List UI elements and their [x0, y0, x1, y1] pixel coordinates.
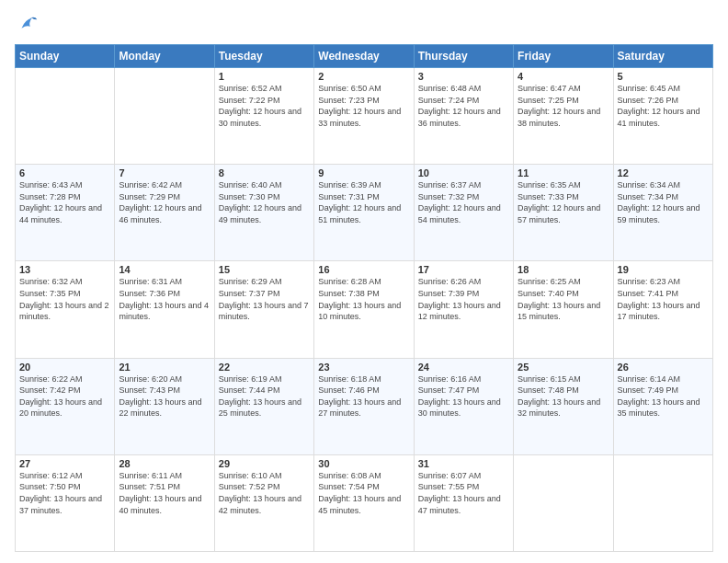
calendar-cell: 1Sunrise: 6:52 AM Sunset: 7:22 PM Daylig… [214, 68, 313, 165]
day-number: 27 [19, 458, 110, 469]
day-number: 17 [418, 264, 509, 275]
calendar-cell: 27Sunrise: 6:12 AM Sunset: 7:50 PM Dayli… [16, 454, 115, 551]
day-number: 12 [618, 167, 709, 178]
day-number: 8 [219, 167, 310, 178]
day-number: 28 [119, 458, 210, 469]
calendar-cell: 6Sunrise: 6:43 AM Sunset: 7:28 PM Daylig… [16, 165, 115, 261]
calendar-cell: 10Sunrise: 6:37 AM Sunset: 7:32 PM Dayli… [414, 165, 513, 261]
day-number: 3 [418, 71, 509, 82]
day-number: 5 [618, 71, 709, 82]
day-info: Sunrise: 6:25 AM Sunset: 7:40 PM Dayligh… [518, 276, 609, 322]
day-info: Sunrise: 6:23 AM Sunset: 7:41 PM Dayligh… [618, 276, 709, 322]
day-number: 13 [19, 264, 110, 275]
calendar-cell: 17Sunrise: 6:26 AM Sunset: 7:39 PM Dayli… [414, 261, 513, 358]
day-number: 11 [518, 167, 609, 178]
calendar-cell: 9Sunrise: 6:39 AM Sunset: 7:31 PM Daylig… [314, 165, 414, 261]
calendar-cell: 28Sunrise: 6:11 AM Sunset: 7:51 PM Dayli… [115, 454, 214, 551]
calendar-cell: 23Sunrise: 6:18 AM Sunset: 7:46 PM Dayli… [314, 358, 414, 454]
day-number: 1 [219, 71, 310, 82]
calendar-cell: 8Sunrise: 6:40 AM Sunset: 7:30 PM Daylig… [214, 165, 313, 261]
day-number: 4 [518, 71, 609, 82]
day-info: Sunrise: 6:34 AM Sunset: 7:34 PM Dayligh… [618, 179, 709, 225]
day-info: Sunrise: 6:48 AM Sunset: 7:24 PM Dayligh… [418, 83, 509, 129]
day-number: 19 [618, 264, 709, 275]
day-info: Sunrise: 6:20 AM Sunset: 7:43 PM Dayligh… [119, 373, 210, 419]
logo-icon [15, 11, 40, 37]
calendar-cell: 2Sunrise: 6:50 AM Sunset: 7:23 PM Daylig… [314, 68, 414, 165]
header [15, 11, 713, 37]
day-info: Sunrise: 6:28 AM Sunset: 7:38 PM Dayligh… [318, 276, 409, 322]
calendar-cell: 24Sunrise: 6:16 AM Sunset: 7:47 PM Dayli… [414, 358, 513, 454]
calendar-day-header: Saturday [613, 45, 712, 68]
calendar-cell: 11Sunrise: 6:35 AM Sunset: 7:33 PM Dayli… [514, 165, 613, 261]
day-info: Sunrise: 6:11 AM Sunset: 7:51 PM Dayligh… [119, 470, 210, 516]
calendar-day-header: Wednesday [314, 45, 414, 68]
calendar-cell: 3Sunrise: 6:48 AM Sunset: 7:24 PM Daylig… [414, 68, 513, 165]
day-info: Sunrise: 6:29 AM Sunset: 7:37 PM Dayligh… [219, 276, 310, 322]
day-info: Sunrise: 6:32 AM Sunset: 7:35 PM Dayligh… [19, 276, 110, 322]
day-info: Sunrise: 6:40 AM Sunset: 7:30 PM Dayligh… [219, 179, 310, 225]
day-number: 18 [518, 264, 609, 275]
calendar-cell: 20Sunrise: 6:22 AM Sunset: 7:42 PM Dayli… [16, 358, 115, 454]
calendar-cell [115, 68, 214, 165]
day-number: 23 [318, 362, 409, 373]
page: SundayMondayTuesdayWednesdayThursdayFrid… [0, 0, 728, 563]
calendar-header-row: SundayMondayTuesdayWednesdayThursdayFrid… [16, 45, 713, 68]
day-info: Sunrise: 6:47 AM Sunset: 7:25 PM Dayligh… [518, 83, 609, 129]
calendar-cell: 4Sunrise: 6:47 AM Sunset: 7:25 PM Daylig… [514, 68, 613, 165]
day-number: 29 [219, 458, 310, 469]
calendar-day-header: Monday [115, 45, 214, 68]
day-info: Sunrise: 6:35 AM Sunset: 7:33 PM Dayligh… [518, 179, 609, 225]
calendar-week-row: 1Sunrise: 6:52 AM Sunset: 7:22 PM Daylig… [16, 68, 713, 165]
day-info: Sunrise: 6:10 AM Sunset: 7:52 PM Dayligh… [219, 470, 310, 516]
day-info: Sunrise: 6:15 AM Sunset: 7:48 PM Dayligh… [518, 373, 609, 419]
day-number: 24 [418, 362, 509, 373]
day-info: Sunrise: 6:31 AM Sunset: 7:36 PM Dayligh… [119, 276, 210, 322]
day-info: Sunrise: 6:19 AM Sunset: 7:44 PM Dayligh… [219, 373, 310, 419]
day-number: 21 [119, 362, 210, 373]
calendar-week-row: 20Sunrise: 6:22 AM Sunset: 7:42 PM Dayli… [16, 358, 713, 454]
day-number: 25 [518, 362, 609, 373]
calendar-cell [613, 454, 712, 551]
day-number: 20 [19, 362, 110, 373]
calendar-week-row: 13Sunrise: 6:32 AM Sunset: 7:35 PM Dayli… [16, 261, 713, 358]
calendar-cell [514, 454, 613, 551]
day-info: Sunrise: 6:43 AM Sunset: 7:28 PM Dayligh… [19, 179, 110, 225]
day-number: 6 [19, 167, 110, 178]
day-number: 15 [219, 264, 310, 275]
calendar-cell: 7Sunrise: 6:42 AM Sunset: 7:29 PM Daylig… [115, 165, 214, 261]
calendar-day-header: Sunday [16, 45, 115, 68]
calendar-day-header: Friday [514, 45, 613, 68]
calendar-cell: 16Sunrise: 6:28 AM Sunset: 7:38 PM Dayli… [314, 261, 414, 358]
day-number: 2 [318, 71, 409, 82]
calendar-day-header: Tuesday [214, 45, 313, 68]
day-info: Sunrise: 6:22 AM Sunset: 7:42 PM Dayligh… [19, 373, 110, 419]
day-number: 7 [119, 167, 210, 178]
day-info: Sunrise: 6:45 AM Sunset: 7:26 PM Dayligh… [618, 83, 709, 129]
day-info: Sunrise: 6:42 AM Sunset: 7:29 PM Dayligh… [119, 179, 210, 225]
calendar-cell: 15Sunrise: 6:29 AM Sunset: 7:37 PM Dayli… [214, 261, 313, 358]
day-number: 31 [418, 458, 509, 469]
calendar-cell: 18Sunrise: 6:25 AM Sunset: 7:40 PM Dayli… [514, 261, 613, 358]
calendar-cell: 14Sunrise: 6:31 AM Sunset: 7:36 PM Dayli… [115, 261, 214, 358]
day-info: Sunrise: 6:16 AM Sunset: 7:47 PM Dayligh… [418, 373, 509, 419]
calendar-cell: 29Sunrise: 6:10 AM Sunset: 7:52 PM Dayli… [214, 454, 313, 551]
day-number: 9 [318, 167, 409, 178]
day-number: 10 [418, 167, 509, 178]
calendar-cell: 13Sunrise: 6:32 AM Sunset: 7:35 PM Dayli… [16, 261, 115, 358]
day-info: Sunrise: 6:12 AM Sunset: 7:50 PM Dayligh… [19, 470, 110, 516]
calendar-cell: 5Sunrise: 6:45 AM Sunset: 7:26 PM Daylig… [613, 68, 712, 165]
day-number: 14 [119, 264, 210, 275]
day-info: Sunrise: 6:14 AM Sunset: 7:49 PM Dayligh… [618, 373, 709, 419]
day-info: Sunrise: 6:39 AM Sunset: 7:31 PM Dayligh… [318, 179, 409, 225]
day-info: Sunrise: 6:37 AM Sunset: 7:32 PM Dayligh… [418, 179, 509, 225]
day-number: 26 [618, 362, 709, 373]
logo [15, 11, 44, 37]
calendar: SundayMondayTuesdayWednesdayThursdayFrid… [15, 44, 713, 552]
calendar-cell: 31Sunrise: 6:07 AM Sunset: 7:55 PM Dayli… [414, 454, 513, 551]
day-info: Sunrise: 6:08 AM Sunset: 7:54 PM Dayligh… [318, 470, 409, 516]
calendar-cell: 19Sunrise: 6:23 AM Sunset: 7:41 PM Dayli… [613, 261, 712, 358]
day-info: Sunrise: 6:26 AM Sunset: 7:39 PM Dayligh… [418, 276, 509, 322]
day-info: Sunrise: 6:50 AM Sunset: 7:23 PM Dayligh… [318, 83, 409, 129]
day-number: 22 [219, 362, 310, 373]
